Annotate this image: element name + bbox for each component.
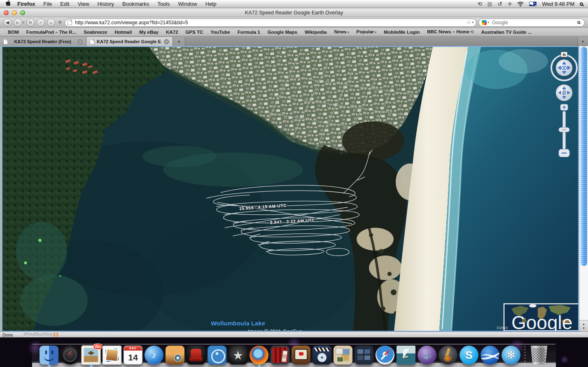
bookmark-seabreeze[interactable]: Seabreeze: [80, 28, 111, 36]
dock-icon-aperture[interactable]: [166, 346, 184, 365]
bookmark-news-folder[interactable]: News▾: [330, 28, 352, 36]
apple-icon: [6, 0, 11, 6]
dock-icon-ical[interactable]: DEC14: [124, 346, 142, 365]
dock-icon-mail[interactable]: 753: [82, 346, 100, 365]
bookmark-bom[interactable]: BOM: [4, 28, 23, 36]
wifi-icon[interactable]: [517, 2, 524, 7]
menu-file[interactable]: File: [39, 0, 56, 8]
menu-help[interactable]: Help: [201, 0, 221, 8]
bookmarks-toolbar: BOM FormulaPod – The R... Seabreeze Hotm…: [0, 28, 588, 36]
search-engine-dropdown-icon[interactable]: ▾: [488, 21, 489, 24]
bookmark-mobileme-login[interactable]: MobileMe Login: [380, 28, 423, 36]
chevron-down-icon: ▾: [375, 30, 376, 34]
bookmark-formula-1[interactable]: Formula 1: [234, 28, 264, 36]
dock-icon-skype[interactable]: S: [460, 346, 478, 365]
dock-icon-front-row[interactable]: [187, 346, 205, 365]
menu-edit[interactable]: Edit: [56, 0, 73, 8]
google-search-engine-icon[interactable]: [482, 20, 487, 25]
apple-menu[interactable]: [3, 0, 13, 8]
input-language-flag-icon[interactable]: [529, 2, 537, 6]
search-bar[interactable]: ▾: [478, 19, 585, 27]
running-indicator: [90, 365, 92, 367]
forward-button[interactable]: ▶: [14, 19, 22, 27]
title-bar[interactable]: KA72 Speed Reader Google Earth Overlay: [0, 8, 588, 17]
crosshair-icon[interactable]: ✛: [508, 0, 512, 8]
scrollbar-thumb[interactable]: [580, 46, 587, 266]
dock-icon-finder[interactable]: [40, 346, 58, 365]
menu-window[interactable]: Window: [174, 0, 201, 8]
home-button[interactable]: ⌂: [47, 19, 55, 27]
spotlight-icon[interactable]: [580, 2, 583, 6]
dock-icon-tube-tv[interactable]: [292, 346, 310, 365]
dock-icon-safari[interactable]: [376, 346, 394, 365]
bookmark-gps-tc[interactable]: GPS TC: [182, 28, 207, 36]
dock-divider: [525, 344, 525, 365]
dock-icon-idvd[interactable]: [313, 346, 331, 365]
back-button[interactable]: ◀: [3, 19, 12, 27]
satellite-map[interactable]: 15.959 - 4:19 AM UTC 8.847 - 3:22 AM UTC…: [2, 47, 578, 331]
bookmark-dropdown-icon[interactable]: ▾: [472, 21, 474, 24]
sync-icon[interactable]: ⟲: [477, 0, 482, 8]
time-machine-icon[interactable]: ↺: [498, 0, 502, 8]
dock-icon-trash[interactable]: [530, 346, 548, 365]
new-tab-button[interactable]: +: [173, 37, 185, 46]
bookmark-google-maps[interactable]: Google Maps: [264, 28, 301, 36]
dock-icon-iphoto[interactable]: [103, 346, 121, 365]
dock-icon-speed-orb[interactable]: ✻: [502, 346, 520, 365]
bookmark-ka72[interactable]: KA72: [162, 28, 182, 36]
dock-icon-windsurf-photo[interactable]: [397, 346, 415, 365]
menu-firefox[interactable]: Firefox: [13, 0, 39, 8]
navigation-toolbar: ◀ ▶ ▾ ↻ ✕ ⌂ ✱ ☆ ▾ ▾: [0, 17, 588, 28]
dock-icon-dvd-player[interactable]: [208, 346, 226, 365]
page-favicon: [68, 20, 72, 25]
bookmark-formulapod[interactable]: FormulaPod – The R...: [23, 28, 80, 36]
bookmark-star-icon[interactable]: ☆: [466, 19, 471, 26]
imagery-attribution: Image © 2011 GeoEye: [248, 328, 302, 331]
bookmark-australian-tv-guide[interactable]: Australian TV Guide ...: [478, 28, 536, 36]
tab-google-earth-overlay[interactable]: KA72 Speed Reader Google Ear... ✕: [86, 37, 173, 46]
scroll-down-arrow[interactable]: ▼: [582, 326, 585, 330]
dock-icon-collage[interactable]: [334, 346, 352, 365]
close-tab-icon[interactable]: ✕: [164, 39, 169, 44]
reload-button[interactable]: ↻: [26, 19, 35, 27]
grid-icon[interactable]: ▦: [487, 0, 492, 8]
menu-view[interactable]: View: [74, 0, 93, 8]
history-dropdown-icon[interactable]: ▾: [23, 21, 24, 24]
bookmark-bbc-news[interactable]: BBC News – Home⟲: [423, 28, 477, 36]
close-tab-icon[interactable]: ✕: [77, 39, 83, 44]
chevron-down-icon: ▾: [348, 30, 349, 34]
search-input[interactable]: [491, 19, 575, 26]
scroll-up-arrow[interactable]: ▲: [582, 322, 585, 326]
menu-bookmarks[interactable]: Bookmarks: [118, 0, 153, 8]
google-watermark: Google: [511, 312, 572, 331]
dock-icon-firefox[interactable]: [250, 346, 268, 365]
menu-history[interactable]: History: [93, 0, 118, 8]
dock-icon-dashboard[interactable]: [61, 346, 79, 365]
tab-ka72-speed-reader[interactable]: KA72 Speed Reader (Free) ✕: [0, 37, 86, 46]
bookmark-popular-folder[interactable]: Popular▾: [353, 28, 380, 36]
desktop-background: 753 DEC14 ♪ ★ ⚓ S ✻: [0, 337, 588, 367]
paw-extension-icon[interactable]: ✱: [58, 20, 62, 25]
feed-icon: ⟲: [470, 30, 474, 34]
dock-icon-garageband[interactable]: [439, 346, 457, 365]
url-input[interactable]: [74, 19, 464, 26]
bookmark-wikipedia[interactable]: Wikipedia: [301, 28, 331, 36]
address-bar[interactable]: ☆ ▾: [65, 19, 476, 27]
dock-icon-imovie[interactable]: ★: [229, 346, 247, 365]
dock-icon-spaces[interactable]: [355, 346, 373, 365]
bookmark-youtube[interactable]: YouTube: [207, 28, 233, 36]
dock-icon-photo-booth[interactable]: [271, 346, 289, 365]
google-earth-plugin[interactable]: 15.959 - 4:19 AM UTC 8.847 - 3:22 AM UTC…: [2, 46, 579, 332]
list-all-tabs-button[interactable]: ▾: [577, 37, 588, 46]
dock-icon-google-earth[interactable]: [481, 346, 499, 365]
dock-icon-ship-orb[interactable]: ⚓: [418, 346, 436, 365]
move-joystick[interactable]: [556, 84, 572, 101]
search-icon[interactable]: [577, 21, 580, 24]
menu-tools[interactable]: Tools: [153, 0, 174, 8]
bookmark-my-ebay[interactable]: My eBay: [135, 28, 162, 36]
stop-button[interactable]: ✕: [37, 19, 45, 27]
bookmark-hotmail[interactable]: Hotmail: [111, 28, 135, 36]
menu-clock[interactable]: Wed 9:48 PM: [542, 1, 574, 7]
dock-icon-itunes[interactable]: ♪: [145, 346, 163, 365]
vertical-scrollbar[interactable]: ▲ ▼: [579, 46, 588, 332]
